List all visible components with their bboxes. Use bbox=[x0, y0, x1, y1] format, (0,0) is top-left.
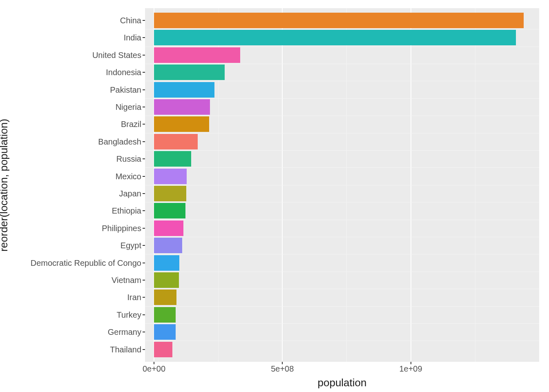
bar bbox=[154, 238, 182, 253]
gridline-h-minor bbox=[145, 81, 539, 81]
gridline-h-minor bbox=[145, 220, 539, 220]
gridline-h-minor bbox=[145, 254, 539, 254]
bar bbox=[154, 82, 214, 98]
gridline-h-minor bbox=[145, 98, 539, 99]
bar bbox=[154, 220, 183, 236]
gridline-h-minor bbox=[145, 167, 539, 168]
y-tick-label: Democratic Republic of Congo bbox=[11, 259, 141, 267]
plot-panel bbox=[145, 8, 539, 362]
y-tick-label: Philippines bbox=[11, 224, 141, 232]
bar bbox=[154, 342, 172, 357]
y-tick-mark bbox=[143, 124, 145, 125]
y-tick-label: Germany bbox=[11, 328, 141, 336]
bar bbox=[154, 47, 240, 63]
bar bbox=[154, 272, 179, 288]
y-tick-mark bbox=[143, 158, 145, 159]
gridline-h-minor bbox=[145, 289, 539, 289]
bar bbox=[154, 13, 524, 28]
y-tick-label: Indonesia bbox=[11, 68, 141, 76]
y-tick-mark bbox=[143, 55, 145, 56]
bar bbox=[154, 65, 225, 80]
bar bbox=[154, 186, 186, 201]
y-tick-mark bbox=[143, 349, 145, 350]
y-tick-mark bbox=[143, 297, 145, 298]
y-tick-mark bbox=[143, 20, 145, 21]
y-tick-label: China bbox=[11, 16, 141, 24]
y-tick-mark bbox=[143, 245, 145, 246]
population-bar-chart: reorder(location, population) population… bbox=[0, 0, 549, 392]
y-tick-mark bbox=[143, 107, 145, 107]
y-tick-label: Russia bbox=[11, 155, 141, 163]
y-tick-label: Ethiopia bbox=[11, 207, 141, 215]
gridline-h-minor bbox=[145, 150, 539, 151]
y-tick-mark bbox=[143, 89, 145, 90]
y-tick-mark bbox=[143, 176, 145, 177]
y-tick-label: Iran bbox=[11, 293, 141, 301]
y-tick-label: Mexico bbox=[11, 172, 141, 180]
y-tick-label: Bangladesh bbox=[11, 138, 141, 146]
y-tick-mark bbox=[143, 210, 145, 211]
x-tick-label: 0e+00 bbox=[143, 364, 165, 374]
y-tick-mark bbox=[143, 263, 145, 263]
gridline-h-minor bbox=[145, 341, 539, 341]
bar bbox=[154, 324, 176, 340]
y-tick-label: Brazil bbox=[11, 120, 141, 128]
bar bbox=[154, 169, 187, 184]
y-tick-mark bbox=[143, 72, 145, 73]
gridline-h-minor bbox=[145, 29, 539, 29]
y-tick-mark bbox=[143, 193, 145, 194]
gridline-h-minor bbox=[145, 323, 539, 324]
gridline-h-minor bbox=[145, 47, 539, 47]
y-tick-label: Vietnam bbox=[11, 276, 141, 284]
bar bbox=[154, 99, 210, 115]
gridline-h-minor bbox=[145, 272, 539, 272]
y-tick-mark bbox=[143, 280, 145, 281]
gridline-h-minor bbox=[145, 133, 539, 134]
x-tick-mark bbox=[282, 362, 283, 364]
gridline-h-minor bbox=[145, 306, 539, 307]
x-tick-mark bbox=[154, 362, 154, 364]
y-tick-label: Egypt bbox=[11, 241, 141, 249]
bar bbox=[154, 307, 176, 323]
y-axis-title: reorder(location, population) bbox=[0, 8, 12, 362]
x-tick-mark bbox=[411, 362, 411, 364]
y-tick-mark bbox=[143, 228, 145, 229]
y-tick-label: Pakistan bbox=[11, 86, 141, 94]
gridline-h-minor bbox=[145, 202, 539, 203]
y-tick-mark bbox=[143, 314, 145, 315]
y-tick-label: United States bbox=[11, 51, 141, 59]
y-tick-label: Thailand bbox=[11, 345, 141, 354]
bar bbox=[154, 203, 185, 218]
x-tick-label: 5e+08 bbox=[271, 364, 294, 374]
y-tick-label: Japan bbox=[11, 189, 141, 198]
y-tick-label: Nigeria bbox=[11, 103, 141, 111]
y-tick-mark bbox=[143, 141, 145, 142]
x-axis-title: population bbox=[145, 376, 539, 389]
gridline-h-minor bbox=[145, 185, 539, 185]
bar bbox=[154, 30, 516, 45]
gridline-h-minor bbox=[145, 116, 539, 116]
gridline-h-minor bbox=[145, 64, 539, 64]
bar bbox=[154, 255, 179, 271]
y-tick-mark bbox=[143, 37, 145, 38]
bar bbox=[154, 134, 198, 149]
bar bbox=[154, 290, 176, 305]
bar bbox=[154, 151, 191, 167]
bar bbox=[154, 116, 209, 132]
y-tick-label: India bbox=[11, 33, 141, 42]
y-tick-label: Turkey bbox=[11, 311, 141, 319]
gridline-h-minor bbox=[145, 237, 539, 237]
x-tick-label: 1e+09 bbox=[399, 364, 422, 374]
y-tick-mark bbox=[143, 332, 145, 332]
